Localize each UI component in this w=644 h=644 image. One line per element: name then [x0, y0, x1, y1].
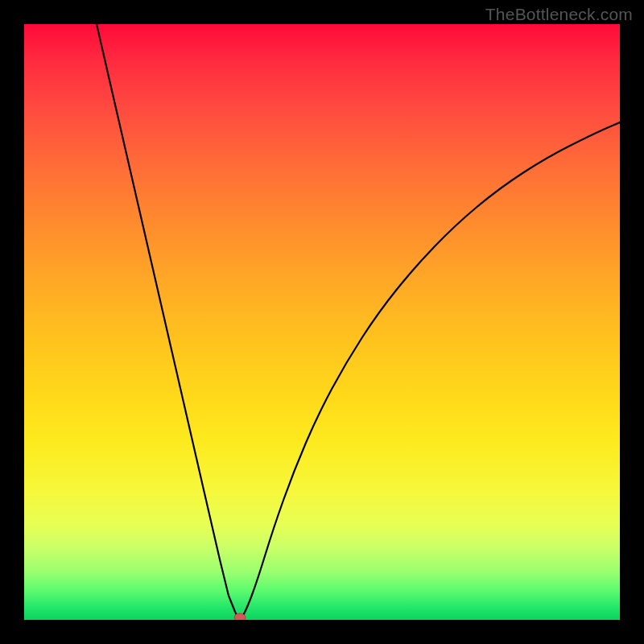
curve-layer	[24, 24, 620, 620]
watermark-text: TheBottleneck.com	[485, 5, 633, 24]
minimum-marker	[234, 613, 246, 620]
bottleneck-curve-left	[97, 24, 238, 618]
chart-stage: TheBottleneck.com	[0, 0, 644, 644]
bottleneck-curve-right	[242, 122, 620, 618]
plot-area	[24, 24, 620, 620]
